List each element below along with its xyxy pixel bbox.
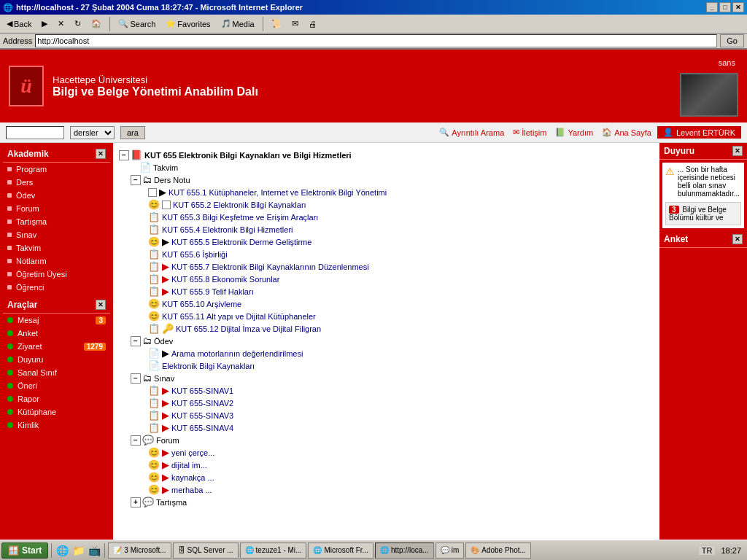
forum-link-1[interactable]: yeni çerçe...: [171, 448, 214, 457]
sidebar-item-sanal-sinif[interactable]: Sanal Sınıf: [3, 366, 110, 379]
tree-item-655-9[interactable]: 📋 ▶ KUT 655.9 Telif Hakları: [119, 285, 654, 298]
taskbar-btn-tezuze[interactable]: 🌐 tezuze1 - Mi...: [240, 542, 307, 555]
sidebar-item-forum[interactable]: Forum: [3, 202, 110, 215]
item-link-655-8[interactable]: KUT 655.8 Ekonomik Sorunlar: [171, 275, 279, 284]
item-link-655-2[interactable]: KUT 655.2 Elektronik Bilgi Kaynakları: [173, 201, 306, 209]
search-input[interactable]: [6, 126, 64, 139]
item-link-655-11[interactable]: KUT 655.11 Alt yapı ve Dijital Kütüphane…: [162, 312, 316, 321]
sidebar-item-mesaj[interactable]: Mesaj 3: [3, 314, 110, 327]
forum-section[interactable]: − 💬 Forum: [119, 434, 654, 446]
sidebar-item-oneri[interactable]: Öneri: [3, 379, 110, 392]
tree-item-655-11[interactable]: 😊 KUT 655.11 Alt yapı ve Dijital Kütüpha…: [119, 310, 654, 322]
forum-expand[interactable]: −: [131, 435, 141, 446]
start-button[interactable]: 🪟 Start: [1, 542, 48, 555]
item-link-655-1[interactable]: KUT 655.1 Kütüphaneler, Internet ve Elek…: [169, 188, 387, 197]
tree-item-655-1[interactable]: ▶ KUT 655.1 Kütüphaneler, Internet ve El…: [119, 186, 654, 198]
sinav-section[interactable]: − 🗂 Sınav: [119, 372, 654, 384]
ayrintili-arama-link[interactable]: 🔍 Ayrıntılı Arama: [439, 128, 504, 137]
stop-button[interactable]: ✕: [54, 18, 68, 30]
takvim-item[interactable]: 📄 Takvim: [119, 161, 654, 174]
taskbar-btn-microsoft[interactable]: 📝 3 Microsoft...: [108, 542, 171, 555]
academic-close-button[interactable]: ✕: [96, 149, 106, 159]
forum-item-2[interactable]: 😊 ▶ dijital im...: [119, 459, 654, 471]
tools-close-button[interactable]: ✕: [96, 300, 106, 310]
tree-item-655-5[interactable]: 😊 ▶ KUT 655.5 Elektronik Derme Geliştirm…: [119, 236, 654, 248]
go-button[interactable]: Go: [720, 34, 744, 47]
taskbar-btn-frontpage[interactable]: 🌐 Microsoft Fr...: [308, 542, 374, 555]
sidebar-item-ogretim-uyesi[interactable]: Öğretim Üyesi: [3, 268, 110, 281]
media-button[interactable]: 🎵 Media: [217, 18, 258, 30]
forum-link-3[interactable]: kaynakça ...: [171, 473, 214, 482]
history-button[interactable]: 📜: [268, 18, 285, 30]
media-quick-icon[interactable]: 📺: [87, 543, 101, 555]
tree-item-655-2[interactable]: 😊 KUT 655.2 Elektronik Bilgi Kaynakları: [119, 198, 654, 211]
odev-link-2[interactable]: Elektronik Bilgi Kaynakları: [162, 362, 255, 370]
forum-item-1[interactable]: 😊 ▶ yeni çerçe...: [119, 446, 654, 459]
forum-link-4[interactable]: merhaba ...: [171, 486, 212, 494]
sidebar-item-anket[interactable]: Anket: [3, 327, 110, 340]
item-link-655-4[interactable]: KUT 655.4 Elektronik Bilgi Hizmetleri: [162, 225, 293, 234]
refresh-button[interactable]: ↻: [71, 18, 85, 30]
odev-item-2[interactable]: 📄 Elektronik Bilgi Kaynakları: [119, 359, 654, 372]
sidebar-item-ders[interactable]: Ders: [3, 176, 110, 189]
ders-notu-section[interactable]: − 🗂 Ders Notu: [119, 174, 654, 186]
taskbar-btn-sql[interactable]: 🗄 SQL Server ...: [173, 542, 239, 555]
ana-sayfa-link[interactable]: 🏠 Ana Sayfa: [602, 128, 651, 137]
item-link-655-9[interactable]: KUT 655.9 Telif Hakları: [171, 287, 254, 296]
sidebar-item-sinav[interactable]: Sınav: [3, 228, 110, 241]
item-link-655-10[interactable]: KUT 655.10 Arşivleme: [162, 300, 241, 308]
sinav-item-4[interactable]: 📋 ▶ KUT 655-SINAV4: [119, 421, 654, 434]
item-link-655-5[interactable]: KUT 655.5 Elektronik Derme Geliştirme: [171, 238, 311, 246]
item-link-655-3[interactable]: KUT 655.3 Bilgi Keşfetme ve Erişim Araçl…: [162, 213, 318, 222]
close-button[interactable]: ✕: [732, 2, 744, 12]
sinav-expand[interactable]: −: [131, 373, 141, 384]
odev-section[interactable]: − 🗂 Ödev: [119, 335, 654, 347]
sinav-item-1[interactable]: 📋 ▶ KUT 655-SINAV1: [119, 384, 654, 397]
tree-item-655-4[interactable]: 📋 KUT 655.4 Elektronik Bilgi Hizmetleri: [119, 223, 654, 236]
sinav-link-3[interactable]: KUT 655-SINAV3: [171, 411, 233, 420]
back-button[interactable]: ◀ Back: [3, 18, 35, 30]
tree-item-655-3[interactable]: 📋 KUT 655.3 Bilgi Keşfetme ve Erişim Ara…: [119, 211, 654, 223]
favorites-button[interactable]: ⭐ Favorites: [162, 18, 214, 30]
anket-close-button[interactable]: ✕: [732, 234, 743, 244]
sinav-link-2[interactable]: KUT 655-SINAV2: [171, 399, 233, 408]
sidebar-item-kutuphane[interactable]: Kütüphane: [3, 405, 110, 419]
sinav-link-4[interactable]: KUT 655-SINAV4: [171, 424, 233, 432]
taskbar-btn-localhost[interactable]: 🌐 http://loca...: [375, 542, 434, 555]
mail-button[interactable]: ✉: [288, 18, 302, 30]
sinav-item-3[interactable]: 📋 ▶ KUT 655-SINAV3: [119, 409, 654, 421]
odev-expand[interactable]: −: [131, 336, 141, 346]
search-button[interactable]: 🔍 Search: [115, 18, 159, 30]
tree-item-655-10[interactable]: 😊 KUT 655.10 Arşivleme: [119, 298, 654, 310]
sidebar-item-ogrenci[interactable]: Öğrenci: [3, 281, 110, 294]
sidebar-item-takvim[interactable]: Takvim: [3, 241, 110, 254]
sidebar-item-rapor[interactable]: Rapor: [3, 392, 110, 405]
forum-link-2[interactable]: dijital im...: [171, 461, 207, 470]
taskbar-btn-photoshop[interactable]: 🎨 Adobe Phot...: [465, 542, 531, 555]
duyuru-close-button[interactable]: ✕: [732, 146, 743, 156]
sidebar-item-kimlik[interactable]: Kimlik: [3, 419, 110, 432]
tree-item-655-6[interactable]: 📋 KUT 655.6 İşbirliği: [119, 248, 654, 260]
odev-item-1[interactable]: 📄 ▶ Arama motorlarının değerlendirilmesi: [119, 347, 654, 359]
tartisma-section[interactable]: + 💬 Tartışma: [119, 496, 654, 508]
item-link-655-6[interactable]: KUT 655.6 İşbirliği: [162, 250, 228, 259]
forward-button[interactable]: ▶: [38, 18, 51, 30]
sidebar-item-duyuru[interactable]: Duyuru: [3, 353, 110, 366]
folder-quick-icon[interactable]: 📁: [71, 543, 85, 555]
maximize-button[interactable]: □: [719, 2, 731, 12]
sidebar-item-odev[interactable]: Ödev: [3, 189, 110, 202]
expand-icon[interactable]: −: [119, 150, 129, 160]
category-select[interactable]: dersler ödevler sınavlar: [70, 126, 115, 139]
ie-quick-icon[interactable]: 🌐: [55, 543, 69, 555]
forum-item-4[interactable]: 😊 ▶ merhaba ...: [119, 483, 654, 496]
checkbox-655-1[interactable]: [148, 188, 157, 197]
odev-link-1[interactable]: Arama motorlarının değerlendirilmesi: [171, 349, 303, 358]
tartisma-expand[interactable]: +: [131, 497, 141, 508]
tree-item-655-7[interactable]: 📋 ▶ KUT 655.7 Elektronik Bilgi Kaynaklar…: [119, 260, 654, 273]
tree-item-655-12[interactable]: 📋 🔑 KUT 655.12 Dijital İmza ve Dijital F…: [119, 322, 654, 335]
home-button[interactable]: 🏠: [88, 18, 105, 30]
sidebar-item-program[interactable]: Program: [3, 163, 110, 176]
tree-item-655-8[interactable]: 📋 ▶ KUT 655.8 Ekonomik Sorunlar: [119, 273, 654, 285]
item-link-655-12[interactable]: KUT 655.12 Dijital İmza ve Dijital Filig…: [176, 324, 321, 333]
print-button[interactable]: 🖨: [305, 18, 320, 30]
